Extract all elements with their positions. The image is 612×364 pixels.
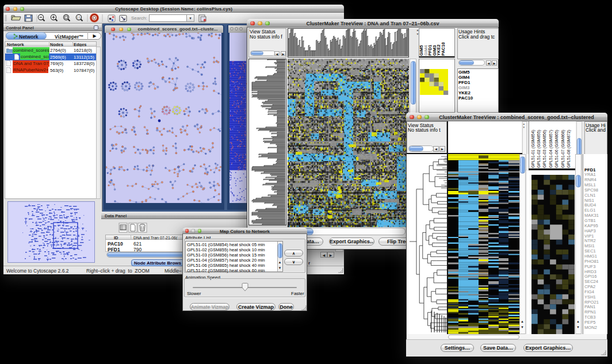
svg-text:PAC10: PAC10 [441,42,446,56]
svg-text:GPL51-08 (GSM872): GPL51-08 (GSM872) [567,130,571,168]
svg-text:GPL51-07 (GSM868): GPL51-07 (GSM868) [561,130,565,168]
svg-text:GPL51-02 (GSM855): GPL51-02 (GSM855) [537,130,541,168]
svg-text:GPL51-01 (GSM854): GPL51-01 (GSM854) [531,130,536,168]
svg-text:GPL51-06 (GSM865): GPL51-06 (GSM865) [554,130,559,168]
svg-text:GPL51-04 (GSM857): GPL51-04 (GSM857) [549,130,553,168]
svg-text:1:1: 1:1 [77,16,81,19]
svg-text:GPL51-03 (GSM856): GPL51-03 (GSM856) [542,130,547,168]
